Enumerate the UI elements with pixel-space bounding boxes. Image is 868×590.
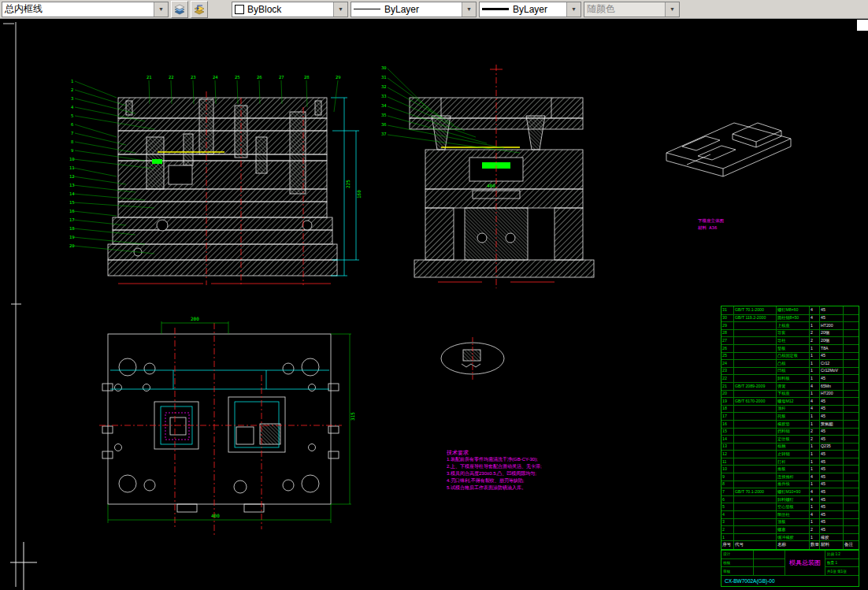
parts-list-header: 序号代号名称数量材料备注 xyxy=(721,540,859,548)
bom-cell: T8A xyxy=(819,345,843,352)
bom-cell: 4 xyxy=(721,511,733,518)
model-space-canvas[interactable]: 1234567891011121314151617181920212223242… xyxy=(0,19,868,590)
svg-text:315: 315 xyxy=(350,412,355,421)
bom-row: 31GB/T 70.1-2000螺钉M8×60445 xyxy=(721,306,859,314)
lineweight-combo-value: ByLayer xyxy=(513,4,547,15)
svg-text:27: 27 xyxy=(279,75,284,80)
bom-cell xyxy=(843,306,859,314)
bom-cell: 4 xyxy=(809,406,819,413)
bom-cell xyxy=(733,473,776,481)
bom-row: 4限位柱445 xyxy=(721,510,859,518)
bom-cell: 4 xyxy=(809,473,819,481)
bom-cell: 下模座 xyxy=(776,391,809,398)
bom-row: 12止转销145 xyxy=(721,450,859,458)
technical-notes-title: 技术要求 xyxy=(447,449,542,456)
lineweight-combo[interactable]: ByLayer ▼ xyxy=(479,2,581,17)
bom-cell: 45 xyxy=(819,511,843,518)
bom-cell xyxy=(733,526,776,533)
make-object-layer-current-button[interactable] xyxy=(171,1,188,18)
svg-text:15: 15 xyxy=(69,200,75,205)
bom-header-cell: 数量 xyxy=(809,541,819,548)
bom-cell: 10 xyxy=(721,466,733,473)
svg-text:28: 28 xyxy=(304,75,310,80)
bom-row: 2螺塞245 xyxy=(721,525,859,533)
bom-cell: 托板 xyxy=(776,413,809,420)
bom-cell: 24 xyxy=(721,360,733,367)
bom-cell: 45 xyxy=(819,503,843,510)
bom-cell: 45 xyxy=(819,496,843,503)
sign-value xyxy=(753,559,785,567)
bom-row: 14定位板245 xyxy=(721,435,859,443)
bom-cell: 凸模固定板 xyxy=(776,353,809,360)
bom-cell: Q235 xyxy=(819,443,843,451)
bom-row: 29上模座1HT200 xyxy=(721,321,859,329)
bom-cell: 聚氨酯 xyxy=(819,421,843,428)
bom-cell xyxy=(733,413,776,420)
bom-cell: 弹簧 xyxy=(776,383,809,390)
bom-cell xyxy=(843,375,859,382)
svg-text:2: 2 xyxy=(71,87,73,92)
technical-note-line: 4.刃口锋利,不得有裂纹、崩刃等缺陷; xyxy=(447,477,542,484)
chevron-down-icon[interactable]: ▼ xyxy=(566,2,581,17)
svg-text:10: 10 xyxy=(69,157,75,161)
svg-text:400: 400 xyxy=(487,183,495,188)
bom-cell: 推板 xyxy=(776,466,809,473)
bom-cell: 挡料销 xyxy=(776,429,809,436)
bom-cell: 2 xyxy=(809,429,819,436)
bom-cell: 45 xyxy=(819,473,843,481)
color-combo[interactable]: ByBlock ▼ xyxy=(232,2,348,17)
bom-cell xyxy=(843,383,859,390)
chevron-down-icon[interactable]: ▼ xyxy=(333,2,347,17)
svg-text:4: 4 xyxy=(71,105,74,109)
bom-cell xyxy=(733,466,776,473)
bom-cell: 45 xyxy=(819,375,843,382)
side-section-view xyxy=(410,65,594,288)
bom-cell: 21 xyxy=(721,383,733,390)
bom-cell: 卸料板 xyxy=(776,375,809,382)
svg-text:3: 3 xyxy=(71,96,73,101)
bom-cell: 23 xyxy=(721,368,733,375)
bom-cell: 45 xyxy=(819,458,843,466)
bom-cell: 25 xyxy=(721,353,733,360)
bom-cell: 1 xyxy=(809,466,819,473)
bom-cell: 45 xyxy=(819,306,843,314)
bom-cell xyxy=(733,391,776,398)
bom-row: 6卸料螺钉445 xyxy=(721,495,859,503)
object-properties-toolbar: 总内框线 ▼ ByBlock ▼ ByLayer ▼ ByLayer ▼ 随颜色 xyxy=(0,0,868,19)
bom-cell: 11 xyxy=(721,458,733,466)
svg-text:下模座立体图: 下模座立体图 xyxy=(698,218,724,224)
svg-text:1: 1 xyxy=(71,79,73,83)
bom-cell: 1 xyxy=(809,534,819,541)
bom-cell xyxy=(733,534,776,541)
chevron-down-icon[interactable]: ▼ xyxy=(462,2,476,17)
bom-cell: 45 xyxy=(819,526,843,533)
sign-value xyxy=(753,567,785,575)
bom-cell: 1 xyxy=(809,421,819,428)
bom-cell: 螺母M12 xyxy=(776,398,809,405)
linetype-combo[interactable]: ByLayer ▼ xyxy=(351,2,477,17)
bom-cell: 1 xyxy=(809,345,819,352)
bom-cell: 打杆 xyxy=(776,458,809,466)
bom-cell: 19 xyxy=(721,398,733,405)
bom-cell: 限位柱 xyxy=(776,511,809,518)
chevron-down-icon: ▼ xyxy=(665,2,679,17)
bom-cell: 9 xyxy=(721,473,733,481)
bom-cell: 45 xyxy=(819,315,843,322)
bom-cell xyxy=(843,466,859,473)
bom-row: 30GB/T 119.2-2000圆柱销8×50445 xyxy=(721,314,859,322)
layer-previous-button[interactable] xyxy=(191,1,208,18)
bom-cell: HT200 xyxy=(819,322,843,329)
front-section-view xyxy=(108,91,359,287)
chevron-down-icon[interactable]: ▼ xyxy=(154,2,168,17)
bom-cell: Cr12 xyxy=(819,360,843,367)
svg-text:23: 23 xyxy=(191,75,196,80)
bom-cell: 1 xyxy=(809,391,819,398)
layer-combo[interactable]: 总内框线 ▼ xyxy=(2,2,169,17)
bom-cell xyxy=(843,353,859,360)
bom-cell xyxy=(733,406,776,413)
bom-cell: 1 xyxy=(809,360,819,367)
plotstyle-combo: 随颜色 ▼ xyxy=(584,2,680,17)
title-block: 设计 校核 审核 模具总装图 比例 1:2 数量 1 共1张 第1张 CX-BW… xyxy=(721,550,859,587)
bom-cell: 垫板 xyxy=(776,345,809,352)
bom-cell xyxy=(733,353,776,360)
